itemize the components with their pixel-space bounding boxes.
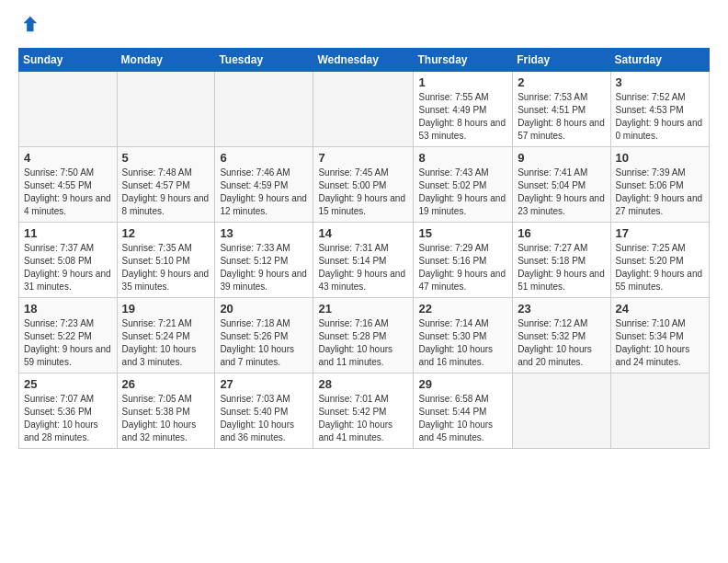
day-number: 1 [418, 75, 507, 89]
day-number: 20 [220, 302, 308, 316]
day-info: Sunrise: 7:25 AM Sunset: 5:20 PM Dayligh… [616, 242, 704, 293]
day-info: Sunrise: 7:50 AM Sunset: 4:55 PM Dayligh… [24, 167, 112, 218]
weekday-header: Friday [513, 49, 610, 72]
day-info: Sunrise: 7:03 AM Sunset: 5:40 PM Dayligh… [220, 393, 308, 444]
day-number: 5 [122, 151, 210, 165]
calendar-cell: 27Sunrise: 7:03 AM Sunset: 5:40 PM Dayli… [215, 373, 313, 449]
svg-marker-0 [24, 17, 38, 32]
calendar-cell: 11Sunrise: 7:37 AM Sunset: 5:08 PM Dayli… [19, 223, 118, 298]
day-number: 28 [318, 377, 408, 391]
calendar-cell: 15Sunrise: 7:29 AM Sunset: 5:16 PM Dayli… [414, 223, 513, 298]
day-info: Sunrise: 7:45 AM Sunset: 5:00 PM Dayligh… [318, 167, 408, 218]
day-number: 15 [418, 226, 507, 240]
calendar-cell: 4Sunrise: 7:50 AM Sunset: 4:55 PM Daylig… [19, 147, 118, 223]
header [18, 15, 710, 39]
calendar-cell: 29Sunrise: 6:58 AM Sunset: 5:44 PM Dayli… [414, 373, 513, 449]
calendar-cell: 24Sunrise: 7:10 AM Sunset: 5:34 PM Dayli… [610, 298, 709, 373]
calendar-cell: 12Sunrise: 7:35 AM Sunset: 5:10 PM Dayli… [117, 223, 215, 298]
day-info: Sunrise: 7:27 AM Sunset: 5:18 PM Dayligh… [518, 242, 605, 293]
weekday-header: Monday [117, 49, 215, 72]
calendar-cell: 1Sunrise: 7:55 AM Sunset: 4:49 PM Daylig… [414, 72, 513, 147]
weekday-header: Saturday [610, 49, 709, 72]
day-number: 22 [418, 302, 507, 316]
day-info: Sunrise: 6:58 AM Sunset: 5:44 PM Dayligh… [418, 393, 507, 444]
day-number: 26 [122, 377, 210, 391]
logo [18, 15, 40, 39]
weekday-header: Tuesday [215, 49, 313, 72]
day-number: 11 [24, 226, 112, 240]
day-number: 14 [318, 226, 408, 240]
weekday-header-row: SundayMondayTuesdayWednesdayThursdayFrid… [19, 49, 710, 72]
day-info: Sunrise: 7:39 AM Sunset: 5:06 PM Dayligh… [616, 167, 704, 218]
day-number: 4 [24, 151, 112, 165]
day-info: Sunrise: 7:33 AM Sunset: 5:12 PM Dayligh… [220, 242, 308, 293]
calendar: SundayMondayTuesdayWednesdayThursdayFrid… [18, 48, 710, 449]
calendar-cell: 22Sunrise: 7:14 AM Sunset: 5:30 PM Dayli… [414, 298, 513, 373]
calendar-cell: 8Sunrise: 7:43 AM Sunset: 5:02 PM Daylig… [414, 147, 513, 223]
day-info: Sunrise: 7:14 AM Sunset: 5:30 PM Dayligh… [418, 317, 507, 369]
calendar-week-row: 11Sunrise: 7:37 AM Sunset: 5:08 PM Dayli… [19, 223, 710, 298]
calendar-cell [19, 72, 118, 147]
calendar-cell: 14Sunrise: 7:31 AM Sunset: 5:14 PM Dayli… [313, 223, 414, 298]
day-info: Sunrise: 7:35 AM Sunset: 5:10 PM Dayligh… [122, 242, 210, 293]
calendar-week-row: 25Sunrise: 7:07 AM Sunset: 5:36 PM Dayli… [19, 373, 710, 449]
calendar-cell: 13Sunrise: 7:33 AM Sunset: 5:12 PM Dayli… [215, 223, 313, 298]
day-info: Sunrise: 7:10 AM Sunset: 5:34 PM Dayligh… [616, 317, 704, 369]
day-info: Sunrise: 7:05 AM Sunset: 5:38 PM Dayligh… [122, 393, 210, 444]
day-info: Sunrise: 7:21 AM Sunset: 5:24 PM Dayligh… [122, 317, 210, 369]
calendar-cell [513, 373, 610, 449]
day-info: Sunrise: 7:01 AM Sunset: 5:42 PM Dayligh… [318, 393, 408, 444]
calendar-week-row: 18Sunrise: 7:23 AM Sunset: 5:22 PM Dayli… [19, 298, 710, 373]
day-info: Sunrise: 7:43 AM Sunset: 5:02 PM Dayligh… [418, 167, 507, 218]
weekday-header: Thursday [414, 49, 513, 72]
day-info: Sunrise: 7:31 AM Sunset: 5:14 PM Dayligh… [318, 242, 408, 293]
calendar-cell: 3Sunrise: 7:52 AM Sunset: 4:53 PM Daylig… [610, 72, 709, 147]
day-info: Sunrise: 7:48 AM Sunset: 4:57 PM Dayligh… [122, 167, 210, 218]
day-number: 19 [122, 302, 210, 316]
day-number: 16 [518, 226, 605, 240]
calendar-cell: 28Sunrise: 7:01 AM Sunset: 5:42 PM Dayli… [313, 373, 414, 449]
calendar-week-row: 1Sunrise: 7:55 AM Sunset: 4:49 PM Daylig… [19, 72, 710, 147]
calendar-cell: 7Sunrise: 7:45 AM Sunset: 5:00 PM Daylig… [313, 147, 414, 223]
day-info: Sunrise: 7:53 AM Sunset: 4:51 PM Dayligh… [518, 91, 605, 143]
day-number: 7 [318, 151, 408, 165]
calendar-cell: 23Sunrise: 7:12 AM Sunset: 5:32 PM Dayli… [513, 298, 610, 373]
day-info: Sunrise: 7:29 AM Sunset: 5:16 PM Dayligh… [418, 242, 507, 293]
day-number: 6 [220, 151, 308, 165]
calendar-cell: 10Sunrise: 7:39 AM Sunset: 5:06 PM Dayli… [610, 147, 709, 223]
day-number: 18 [24, 302, 112, 316]
day-info: Sunrise: 7:55 AM Sunset: 4:49 PM Dayligh… [418, 91, 507, 143]
calendar-cell [117, 72, 215, 147]
calendar-cell: 17Sunrise: 7:25 AM Sunset: 5:20 PM Dayli… [610, 223, 709, 298]
day-number: 2 [518, 75, 605, 89]
calendar-cell: 18Sunrise: 7:23 AM Sunset: 5:22 PM Dayli… [19, 298, 118, 373]
day-number: 10 [616, 151, 704, 165]
weekday-header: Sunday [19, 49, 118, 72]
day-info: Sunrise: 7:41 AM Sunset: 5:04 PM Dayligh… [518, 167, 605, 218]
day-number: 9 [518, 151, 605, 165]
day-number: 29 [418, 377, 507, 391]
calendar-cell: 6Sunrise: 7:46 AM Sunset: 4:59 PM Daylig… [215, 147, 313, 223]
day-info: Sunrise: 7:12 AM Sunset: 5:32 PM Dayligh… [518, 317, 605, 369]
calendar-cell: 2Sunrise: 7:53 AM Sunset: 4:51 PM Daylig… [513, 72, 610, 147]
day-number: 17 [616, 226, 704, 240]
day-number: 8 [418, 151, 507, 165]
calendar-cell [313, 72, 414, 147]
calendar-cell [610, 373, 709, 449]
day-number: 25 [24, 377, 112, 391]
calendar-cell: 26Sunrise: 7:05 AM Sunset: 5:38 PM Dayli… [117, 373, 215, 449]
calendar-cell: 5Sunrise: 7:48 AM Sunset: 4:57 PM Daylig… [117, 147, 215, 223]
day-number: 21 [318, 302, 408, 316]
day-number: 12 [122, 226, 210, 240]
day-info: Sunrise: 7:18 AM Sunset: 5:26 PM Dayligh… [220, 317, 308, 369]
calendar-week-row: 4Sunrise: 7:50 AM Sunset: 4:55 PM Daylig… [19, 147, 710, 223]
day-number: 24 [616, 302, 704, 316]
logo-icon [18, 15, 39, 35]
day-info: Sunrise: 7:23 AM Sunset: 5:22 PM Dayligh… [24, 317, 112, 369]
calendar-cell: 20Sunrise: 7:18 AM Sunset: 5:26 PM Dayli… [215, 298, 313, 373]
day-number: 27 [220, 377, 308, 391]
calendar-cell: 9Sunrise: 7:41 AM Sunset: 5:04 PM Daylig… [513, 147, 610, 223]
day-number: 3 [616, 75, 704, 89]
calendar-cell: 16Sunrise: 7:27 AM Sunset: 5:18 PM Dayli… [513, 223, 610, 298]
day-number: 13 [220, 226, 308, 240]
